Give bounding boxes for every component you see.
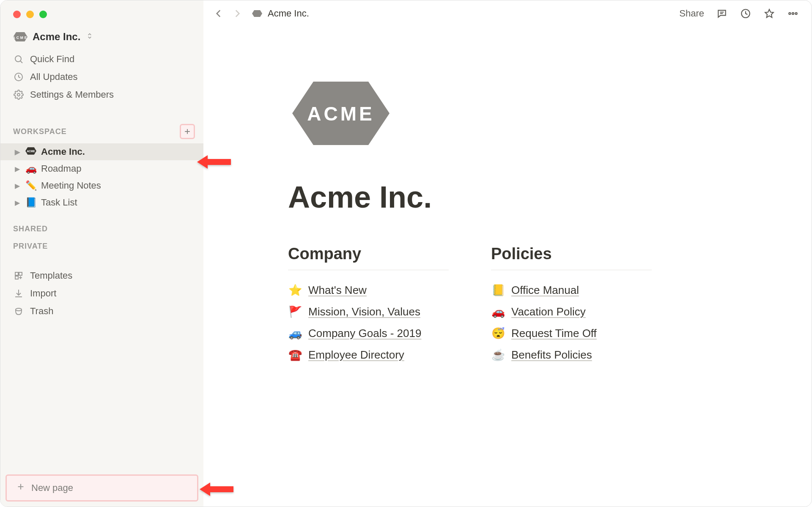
download-icon bbox=[13, 288, 24, 299]
breadcrumb[interactable]: Acme Inc. bbox=[251, 8, 309, 19]
workspace-name: Acme Inc. bbox=[33, 31, 80, 43]
disclosure-triangle-icon[interactable]: ▶ bbox=[14, 199, 21, 207]
window-traffic-lights bbox=[0, 0, 203, 27]
page-link[interactable]: 🚗Vacation Policy bbox=[491, 301, 652, 323]
templates-button[interactable]: Templates bbox=[0, 267, 203, 285]
content-columns: Company⭐What's New🚩Mission, Vision, Valu… bbox=[288, 245, 652, 366]
nav-forward-button[interactable] bbox=[229, 5, 246, 22]
page-link[interactable]: 📒Office Manual bbox=[491, 280, 652, 301]
workspace-switcher[interactable]: ACME Acme Inc. bbox=[0, 27, 203, 50]
workspace-section-header: WORKSPACE bbox=[0, 109, 203, 143]
page-link[interactable]: 😴Request Time Off bbox=[491, 323, 652, 344]
link-emoji-icon: 😴 bbox=[491, 327, 505, 340]
page-item-label: Acme Inc. bbox=[41, 146, 85, 157]
more-icon[interactable] bbox=[787, 8, 799, 19]
link-label: What's New bbox=[308, 284, 367, 297]
disclosure-triangle-icon[interactable]: ▶ bbox=[14, 182, 21, 190]
workspace-section-label: WORKSPACE bbox=[13, 127, 67, 136]
search-icon bbox=[13, 54, 24, 65]
window-minimize-button[interactable] bbox=[26, 11, 34, 18]
comments-icon[interactable] bbox=[716, 8, 728, 19]
page-emoji-icon: ACME bbox=[25, 146, 37, 157]
content-column: Policies📒Office Manual🚗Vacation Policy😴R… bbox=[491, 245, 652, 366]
trash-label: Trash bbox=[30, 306, 53, 317]
shared-section-label[interactable]: SHARED bbox=[0, 220, 203, 238]
templates-label: Templates bbox=[30, 270, 72, 281]
column-heading[interactable]: Company bbox=[288, 245, 449, 270]
nav-back-button[interactable] bbox=[210, 5, 227, 22]
link-label: Mission, Vision, Values bbox=[308, 305, 420, 318]
quick-find-label: Quick Find bbox=[30, 54, 74, 65]
sidebar-page-item[interactable]: ▶ACMEAcme Inc. bbox=[0, 143, 203, 160]
breadcrumb-icon bbox=[251, 9, 263, 18]
svg-text:ACME: ACME bbox=[27, 150, 35, 153]
page-link[interactable]: ⭐What's New bbox=[288, 280, 449, 301]
gear-icon bbox=[13, 89, 24, 100]
svg-rect-10 bbox=[15, 272, 18, 275]
sidebar-page-item[interactable]: ▶🚗Roadmap bbox=[0, 160, 203, 177]
all-updates-button[interactable]: All Updates bbox=[0, 68, 203, 86]
link-label: Company Goals - 2019 bbox=[308, 327, 421, 340]
link-label: Benefits Policies bbox=[511, 348, 592, 362]
clock-icon bbox=[13, 71, 24, 82]
templates-icon bbox=[13, 270, 24, 281]
svg-point-25 bbox=[795, 13, 797, 14]
new-page-button[interactable]: New page bbox=[5, 474, 198, 502]
link-label: Vacation Policy bbox=[511, 305, 586, 318]
disclosure-triangle-icon[interactable]: ▶ bbox=[14, 165, 21, 173]
svg-point-23 bbox=[789, 13, 790, 14]
sidebar: ACME Acme Inc. Quick Find All Updates Se… bbox=[0, 0, 203, 507]
page-link[interactable]: 🚙Company Goals - 2019 bbox=[288, 323, 449, 344]
page-cover-logo[interactable]: ACME bbox=[288, 73, 394, 153]
trash-button[interactable]: Trash bbox=[0, 302, 203, 320]
link-label: Employee Directory bbox=[308, 348, 404, 362]
window-maximize-button[interactable] bbox=[39, 11, 47, 18]
page-item-label: Task List bbox=[41, 197, 77, 208]
link-emoji-icon: 🚗 bbox=[491, 305, 505, 318]
page-item-label: Meeting Notes bbox=[41, 180, 101, 191]
disclosure-triangle-icon[interactable]: ▶ bbox=[14, 148, 21, 156]
add-page-button[interactable] bbox=[180, 124, 195, 139]
page-emoji-icon: 📘 bbox=[25, 197, 37, 208]
svg-marker-22 bbox=[765, 9, 774, 17]
page-link[interactable]: ☎️Employee Directory bbox=[288, 344, 449, 366]
settings-members-label: Settings & Members bbox=[30, 89, 114, 100]
svg-text:ACME: ACME bbox=[13, 35, 27, 39]
chevron-updown-icon bbox=[86, 33, 93, 41]
page-emoji-icon: ✏️ bbox=[25, 180, 37, 191]
link-emoji-icon: 🚩 bbox=[288, 305, 302, 318]
link-emoji-icon: ⭐ bbox=[288, 284, 302, 297]
link-label: Request Time Off bbox=[511, 327, 597, 340]
svg-line-3 bbox=[21, 61, 23, 63]
share-button[interactable]: Share bbox=[679, 8, 704, 19]
svg-point-5 bbox=[17, 93, 20, 96]
breadcrumb-label: Acme Inc. bbox=[268, 8, 309, 19]
settings-members-button[interactable]: Settings & Members bbox=[0, 86, 203, 104]
sidebar-page-item[interactable]: ▶📘Task List bbox=[0, 194, 203, 211]
column-heading[interactable]: Policies bbox=[491, 245, 652, 270]
favorite-icon[interactable] bbox=[763, 8, 775, 19]
new-page-label: New page bbox=[31, 482, 73, 493]
page-link[interactable]: ☕Benefits Policies bbox=[491, 344, 652, 366]
trash-icon bbox=[13, 306, 24, 317]
page-title[interactable]: Acme Inc. bbox=[288, 180, 652, 214]
svg-point-14 bbox=[16, 308, 22, 311]
page-content: ACME Acme Inc. Company⭐What's New🚩Missio… bbox=[203, 27, 812, 507]
updates-icon[interactable] bbox=[740, 8, 752, 19]
link-emoji-icon: 🚙 bbox=[288, 327, 302, 340]
link-label: Office Manual bbox=[511, 284, 579, 297]
plus-icon bbox=[16, 482, 25, 494]
svg-rect-12 bbox=[15, 276, 18, 279]
svg-rect-11 bbox=[19, 272, 22, 275]
page-link[interactable]: 🚩Mission, Vision, Values bbox=[288, 301, 449, 323]
sidebar-page-item[interactable]: ▶✏️Meeting Notes bbox=[0, 177, 203, 194]
quick-find-button[interactable]: Quick Find bbox=[0, 50, 203, 68]
content-column: Company⭐What's New🚩Mission, Vision, Valu… bbox=[288, 245, 449, 366]
all-updates-label: All Updates bbox=[30, 71, 78, 82]
import-button[interactable]: Import bbox=[0, 285, 203, 302]
workspace-page-list: ▶ACMEAcme Inc.▶🚗Roadmap▶✏️Meeting Notes▶… bbox=[0, 143, 203, 211]
link-emoji-icon: ☕ bbox=[491, 348, 505, 362]
private-section-label[interactable]: PRIVATE bbox=[0, 238, 203, 255]
svg-text:ACME: ACME bbox=[307, 103, 374, 125]
window-close-button[interactable] bbox=[13, 11, 21, 18]
